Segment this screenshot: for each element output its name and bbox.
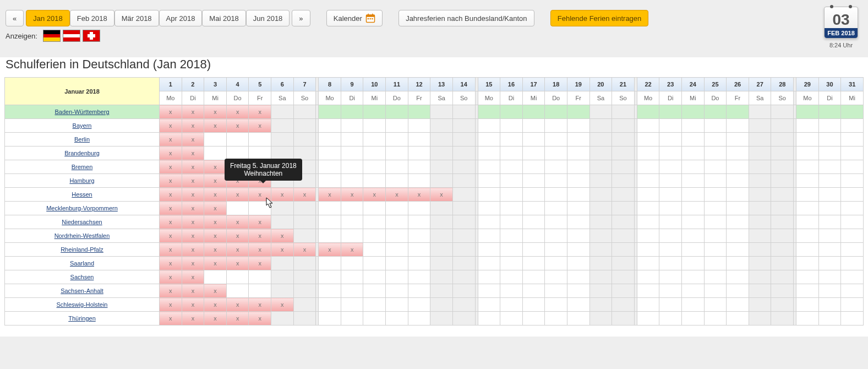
day-cell[interactable] <box>567 243 589 257</box>
day-cell[interactable] <box>522 298 545 312</box>
day-cell[interactable] <box>293 284 316 298</box>
day-cell[interactable] <box>522 174 545 188</box>
day-cell[interactable] <box>796 312 819 325</box>
day-cell[interactable] <box>818 298 841 312</box>
day-cell[interactable] <box>637 298 659 312</box>
day-cell[interactable] <box>478 243 500 257</box>
day-cell[interactable] <box>589 119 612 133</box>
day-cell[interactable] <box>452 243 475 257</box>
day-cell[interactable] <box>408 160 430 174</box>
day-cell[interactable] <box>727 284 749 298</box>
day-cell[interactable] <box>341 160 363 174</box>
day-cell[interactable] <box>612 215 635 229</box>
day-cell[interactable] <box>841 133 864 146</box>
day-header-23[interactable]: 23 <box>659 78 682 91</box>
day-cell[interactable]: x <box>226 105 249 119</box>
day-cell[interactable] <box>796 243 819 257</box>
day-cell[interactable]: x <box>249 229 271 243</box>
day-cell[interactable] <box>771 215 794 229</box>
day-cell[interactable] <box>522 284 545 298</box>
day-cell[interactable] <box>682 284 705 298</box>
day-cell[interactable] <box>522 188 545 202</box>
day-cell[interactable] <box>341 119 363 133</box>
month-button-mai-2018[interactable]: Mai 2018 <box>202 10 245 26</box>
day-cell[interactable] <box>749 146 771 160</box>
day-cell[interactable] <box>500 229 523 243</box>
day-cell[interactable] <box>682 229 705 243</box>
day-cell[interactable] <box>818 243 841 257</box>
day-cell[interactable] <box>293 270 316 284</box>
state-link[interactable]: Bayern <box>73 122 92 129</box>
day-cell[interactable] <box>567 174 589 188</box>
day-cell[interactable] <box>500 284 523 298</box>
day-cell[interactable] <box>341 105 363 119</box>
day-cell[interactable]: x <box>160 270 182 284</box>
day-cell[interactable] <box>612 202 635 215</box>
day-cell[interactable] <box>659 312 682 325</box>
day-cell[interactable] <box>589 243 612 257</box>
calendar-button[interactable]: Kalender <box>326 10 383 26</box>
day-cell[interactable] <box>363 229 386 243</box>
day-cell[interactable] <box>704 188 727 202</box>
day-cell[interactable] <box>841 270 864 284</box>
day-cell[interactable] <box>771 202 794 215</box>
day-cell[interactable] <box>408 133 430 146</box>
day-cell[interactable]: x <box>204 312 227 325</box>
day-cell[interactable] <box>430 202 453 215</box>
next-button[interactable]: » <box>292 10 310 26</box>
day-cell[interactable] <box>249 284 271 298</box>
day-cell[interactable]: x <box>182 284 204 298</box>
day-cell[interactable] <box>589 160 612 174</box>
day-cell[interactable] <box>363 105 386 119</box>
day-cell[interactable]: x <box>182 188 204 202</box>
day-cell[interactable] <box>771 174 794 188</box>
day-cell[interactable] <box>293 105 316 119</box>
day-cell[interactable] <box>771 160 794 174</box>
day-header-4[interactable]: 4 <box>226 78 249 91</box>
state-link[interactable]: Niedersachsen <box>62 219 102 225</box>
day-cell[interactable] <box>682 270 705 284</box>
day-cell[interactable]: x <box>271 298 294 312</box>
state-link[interactable]: Bremen <box>72 164 93 170</box>
day-header-5[interactable]: 5 <box>249 78 271 91</box>
day-cell[interactable] <box>796 215 819 229</box>
day-cell[interactable] <box>841 188 864 202</box>
day-cell[interactable] <box>637 243 659 257</box>
day-cell[interactable] <box>452 229 475 243</box>
day-cell[interactable] <box>478 188 500 202</box>
day-cell[interactable] <box>363 202 386 215</box>
day-cell[interactable]: x <box>204 105 227 119</box>
day-cell[interactable]: x <box>430 188 453 202</box>
day-cell[interactable]: x <box>182 312 204 325</box>
day-cell[interactable] <box>567 229 589 243</box>
day-cell[interactable] <box>637 257 659 270</box>
day-cell[interactable] <box>567 160 589 174</box>
day-cell[interactable] <box>545 146 567 160</box>
day-cell[interactable] <box>612 284 635 298</box>
day-cell[interactable] <box>363 270 386 284</box>
day-cell[interactable] <box>500 202 523 215</box>
day-cell[interactable] <box>386 133 408 146</box>
day-cell[interactable] <box>841 243 864 257</box>
day-cell[interactable] <box>796 146 819 160</box>
day-cell[interactable] <box>589 270 612 284</box>
day-cell[interactable]: x <box>319 243 341 257</box>
day-cell[interactable] <box>771 119 794 133</box>
day-cell[interactable] <box>771 270 794 284</box>
day-cell[interactable] <box>522 133 545 146</box>
day-cell[interactable] <box>727 202 749 215</box>
day-cell[interactable] <box>659 202 682 215</box>
day-cell[interactable] <box>478 105 500 119</box>
day-cell[interactable] <box>589 146 612 160</box>
day-cell[interactable]: x <box>160 188 182 202</box>
day-cell[interactable] <box>386 160 408 174</box>
day-cell[interactable] <box>771 298 794 312</box>
day-cell[interactable]: x <box>226 257 249 270</box>
day-cell[interactable] <box>749 188 771 202</box>
day-cell[interactable] <box>818 160 841 174</box>
day-cell[interactable] <box>612 146 635 160</box>
day-cell[interactable] <box>796 174 819 188</box>
day-cell[interactable] <box>386 119 408 133</box>
day-cell[interactable] <box>659 146 682 160</box>
day-cell[interactable] <box>704 105 727 119</box>
